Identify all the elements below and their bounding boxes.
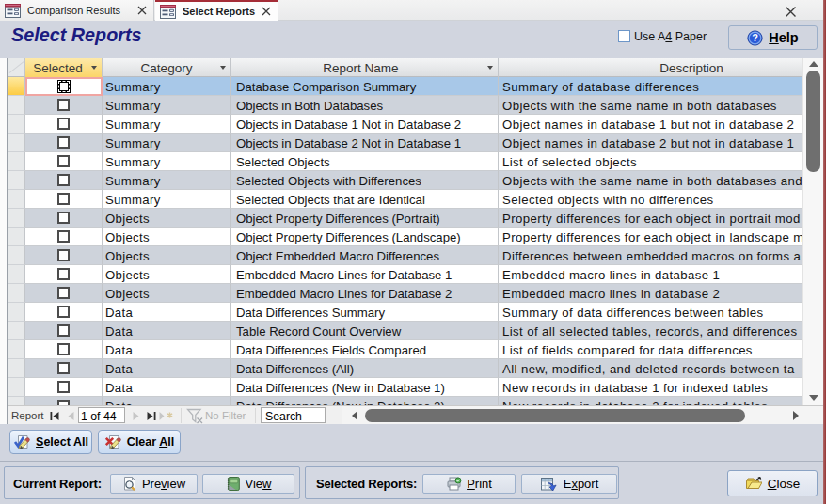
- svg-text:?: ?: [752, 32, 758, 43]
